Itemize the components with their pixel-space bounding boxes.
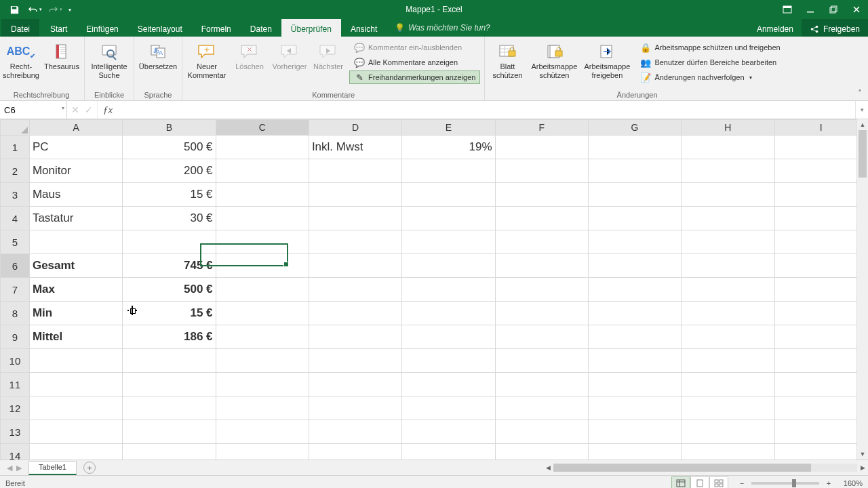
column-header-B[interactable]: B <box>123 120 216 136</box>
tab-data[interactable]: Daten <box>241 19 281 37</box>
translate-button[interactable]: あA Übersetzen <box>138 39 178 71</box>
row-header-11[interactable]: 11 <box>1 373 30 396</box>
column-header-A[interactable]: A <box>29 120 122 136</box>
cell-G4[interactable] <box>588 207 681 230</box>
cell-G14[interactable] <box>588 444 681 460</box>
zoom-out-button[interactable]: − <box>736 479 747 487</box>
cell-E6[interactable] <box>402 254 495 278</box>
cell-F10[interactable] <box>495 349 588 373</box>
cell-I10[interactable] <box>774 349 867 373</box>
row-header-1[interactable]: 1 <box>1 136 30 159</box>
tell-me-search[interactable]: 💡 Was möchten Sie tun? <box>387 19 498 37</box>
cell-D6[interactable] <box>309 254 401 278</box>
cell-I8[interactable] <box>774 302 867 325</box>
cell-H3[interactable] <box>682 183 774 207</box>
cell-G13[interactable] <box>588 420 681 444</box>
fx-icon[interactable]: ƒx <box>98 101 118 119</box>
name-box-dropdown[interactable]: ▾ <box>62 105 64 111</box>
cell-E5[interactable] <box>402 230 495 254</box>
cell-I3[interactable] <box>774 183 867 207</box>
toggle-comment-button[interactable]: 💬 Kommentar ein-/ausblenden <box>349 41 480 54</box>
cell-B9[interactable]: 186 € <box>123 325 216 349</box>
cell-F9[interactable] <box>495 325 588 349</box>
cell-I12[interactable] <box>774 396 867 420</box>
cell-B7[interactable]: 500 € <box>123 278 216 302</box>
cell-C4[interactable] <box>216 207 309 230</box>
zoom-slider[interactable] <box>751 482 819 485</box>
cell-H8[interactable] <box>682 302 774 325</box>
cell-E12[interactable] <box>402 396 495 420</box>
cell-F5[interactable] <box>495 230 588 254</box>
cell-A5[interactable] <box>29 230 122 254</box>
formula-input[interactable] <box>118 101 855 119</box>
cell-C1[interactable] <box>216 136 309 159</box>
cell-A3[interactable]: Maus <box>29 183 122 207</box>
cell-E8[interactable] <box>402 302 495 325</box>
horizontal-scrollbar[interactable]: ◀ ▶ <box>542 460 868 475</box>
expand-formula-bar-button[interactable]: ▾ <box>855 101 868 119</box>
cell-E11[interactable] <box>402 373 495 396</box>
tab-formulas[interactable]: Formeln <box>192 19 241 37</box>
cell-A11[interactable] <box>29 373 122 396</box>
cell-F12[interactable] <box>495 396 588 420</box>
row-header-9[interactable]: 9 <box>1 325 30 349</box>
show-all-comments-button[interactable]: 💬 Alle Kommentare anzeigen <box>349 56 480 69</box>
cell-F7[interactable] <box>495 278 588 302</box>
cell-H10[interactable] <box>682 349 774 373</box>
row-header-4[interactable]: 4 <box>1 207 30 230</box>
cell-E9[interactable] <box>402 325 495 349</box>
cell-C5[interactable] <box>216 230 309 254</box>
cell-F1[interactable] <box>495 136 588 159</box>
name-box[interactable] <box>0 105 62 115</box>
cell-B13[interactable] <box>123 420 216 444</box>
collapse-ribbon-button[interactable]: ˄ <box>854 88 865 99</box>
cell-A2[interactable]: Monitor <box>29 159 122 183</box>
cell-D11[interactable] <box>309 373 401 396</box>
row-header-14[interactable]: 14 <box>1 444 30 460</box>
cell-I7[interactable] <box>774 278 867 302</box>
cell-B6[interactable]: 745 € <box>123 254 216 278</box>
cell-E1[interactable]: 19% <box>402 136 495 159</box>
share-button[interactable]: Freigeben <box>802 19 868 37</box>
new-comment-button[interactable]: Neuer Kommentar <box>186 39 227 80</box>
cell-G6[interactable] <box>588 254 681 278</box>
cell-I14[interactable] <box>774 444 867 460</box>
row-header-13[interactable]: 13 <box>1 420 30 444</box>
sheet-nav-prev[interactable]: ◀ <box>7 464 12 472</box>
undo-button[interactable]: ▾ <box>24 1 45 18</box>
cell-A8[interactable]: Min <box>29 302 122 325</box>
cell-B4[interactable]: 30 € <box>123 207 216 230</box>
row-header-6[interactable]: 6 <box>1 254 30 278</box>
vertical-scrollbar[interactable]: ▲ ▼ <box>856 119 868 460</box>
cell-H6[interactable] <box>682 254 774 278</box>
cell-F11[interactable] <box>495 373 588 396</box>
cell-H13[interactable] <box>682 420 774 444</box>
cell-A13[interactable] <box>29 420 122 444</box>
cell-C2[interactable] <box>216 159 309 183</box>
tab-home[interactable]: Start <box>41 19 77 37</box>
cell-B11[interactable] <box>123 373 216 396</box>
cell-G5[interactable] <box>588 230 681 254</box>
cell-C6[interactable] <box>216 254 309 278</box>
cell-C12[interactable] <box>216 396 309 420</box>
cell-D1[interactable]: Inkl. Mwst <box>309 136 401 159</box>
cell-D9[interactable] <box>309 325 401 349</box>
tab-insert[interactable]: Einfügen <box>77 19 127 37</box>
signin-button[interactable]: Anmelden <box>749 19 802 37</box>
cell-E14[interactable] <box>402 444 495 460</box>
view-normal-button[interactable] <box>671 476 690 488</box>
cell-F14[interactable] <box>495 444 588 460</box>
show-ink-button[interactable]: ✎ Freihandanmerkungen anzeigen <box>349 70 480 84</box>
row-header-12[interactable]: 12 <box>1 396 30 420</box>
cell-A14[interactable] <box>29 444 122 460</box>
cell-H2[interactable] <box>682 159 774 183</box>
cell-H12[interactable] <box>682 396 774 420</box>
tab-review[interactable]: Überprüfen <box>281 19 341 37</box>
cell-G7[interactable] <box>588 278 681 302</box>
cell-A9[interactable]: Mittel <box>29 325 122 349</box>
cell-I11[interactable] <box>774 373 867 396</box>
select-all-button[interactable] <box>1 120 30 136</box>
cell-A12[interactable] <box>29 396 122 420</box>
cell-H4[interactable] <box>682 207 774 230</box>
cell-E4[interactable] <box>402 207 495 230</box>
